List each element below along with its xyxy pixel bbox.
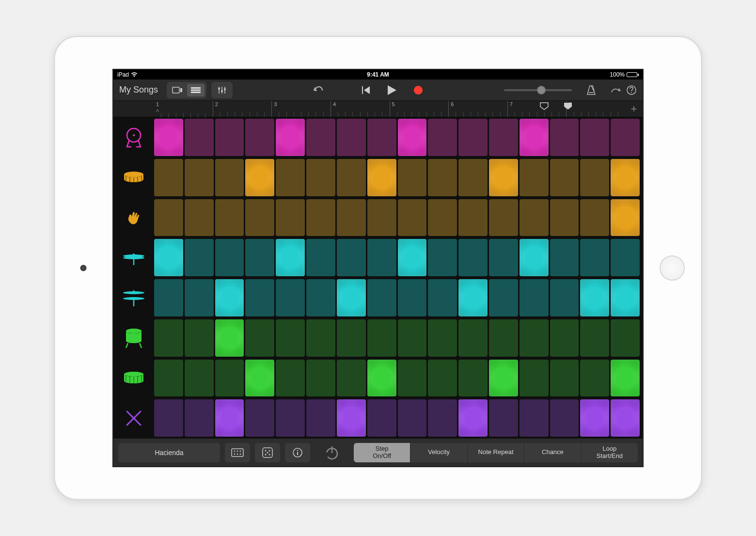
step-cell[interactable] [611,360,640,397]
step-cell[interactable] [367,119,396,156]
step-cell[interactable] [367,360,396,397]
step-cell[interactable] [520,119,549,156]
step-cell[interactable] [337,399,366,437]
step-cell[interactable] [215,319,244,357]
step-cell[interactable] [580,319,609,357]
step-cell[interactable] [306,279,335,316]
step-cell[interactable] [154,159,183,196]
ruler-beat-4[interactable]: 4 [331,101,390,117]
songs-button[interactable]: My Songs [119,85,158,95]
step-cell[interactable] [185,119,214,156]
master-volume-slider[interactable] [504,89,572,91]
step-cell[interactable] [367,159,396,196]
snare-icon[interactable] [113,159,154,196]
step-cell[interactable] [580,159,609,196]
step-cell[interactable] [458,279,488,316]
step-cell[interactable] [337,119,366,156]
step-cell[interactable] [520,279,549,316]
step-cell[interactable] [550,319,579,357]
step-cell[interactable] [458,199,488,236]
step-cell[interactable] [306,319,335,357]
step-cell[interactable] [611,199,640,236]
step-cell[interactable] [428,279,457,316]
add-section-button[interactable]: + [625,101,643,117]
step-cell[interactable] [398,399,427,437]
step-cell[interactable] [276,119,305,156]
step-cell[interactable] [245,159,274,196]
pattern-button[interactable] [225,443,250,462]
step-cell[interactable] [520,199,549,236]
step-cell[interactable] [550,159,579,196]
step-cell[interactable] [580,360,609,397]
ruler-beat-6[interactable]: 6 [448,101,507,117]
metronome-button[interactable] [586,85,596,95]
step-cell[interactable] [245,360,274,397]
step-cell[interactable] [185,199,214,236]
randomize-button[interactable] [255,443,280,462]
step-cell[interactable] [611,319,640,357]
step-cell[interactable] [580,239,609,276]
step-cell[interactable] [550,399,579,437]
help-button[interactable] [626,85,637,95]
step-cell[interactable] [215,239,244,276]
step-cell[interactable] [520,239,549,276]
tracks-view-button[interactable] [187,84,205,96]
step-cell[interactable] [489,199,518,236]
step-cell[interactable] [367,279,396,316]
step-cell[interactable] [520,319,549,357]
step-cell[interactable] [367,239,396,276]
step-cell[interactable] [215,399,244,437]
step-cell[interactable] [306,239,335,276]
step-cell[interactable] [245,319,274,357]
step-cell[interactable] [489,119,518,156]
step-cell[interactable] [611,239,640,276]
floor-tom-icon[interactable] [113,360,154,397]
step-cell[interactable] [215,360,244,397]
step-cell[interactable] [276,159,305,196]
step-cell[interactable] [580,119,609,156]
step-cell[interactable] [398,319,427,357]
step-cell[interactable] [215,119,244,156]
ruler-beat-5[interactable]: 5 [390,101,449,117]
step-cell[interactable] [215,279,244,316]
step-cell[interactable] [337,199,366,236]
step-cell[interactable] [276,360,305,397]
step-cell[interactable] [154,399,183,437]
step-cell[interactable] [458,159,488,196]
mixer-button[interactable] [213,84,231,96]
step-cell[interactable] [428,159,457,196]
step-cell[interactable] [185,159,214,196]
ruler-beat-7[interactable]: 7 [507,101,567,117]
step-cell[interactable] [550,119,579,156]
step-cell[interactable] [337,319,366,357]
step-cell[interactable] [306,199,335,236]
undo-button[interactable] [311,83,326,97]
step-cell[interactable] [550,239,579,276]
browser-view-button[interactable] [169,84,186,96]
play-button[interactable] [385,83,399,97]
step-cell[interactable] [428,360,457,397]
ruler-beat-8[interactable]: 8 [566,101,625,117]
step-cell[interactable] [489,319,518,357]
step-cell[interactable] [520,159,549,196]
home-button[interactable] [660,255,685,281]
step-cell[interactable] [337,239,366,276]
step-cell[interactable] [245,399,274,437]
step-cell[interactable] [306,360,335,397]
mode-tab-repeat[interactable]: Note Repeat [467,443,524,462]
step-cell[interactable] [428,239,457,276]
mode-tab-step[interactable]: StepOn/Off [354,443,410,462]
step-cell[interactable] [398,119,427,156]
step-cell[interactable] [154,239,183,276]
step-cell[interactable] [428,199,457,236]
step-cell[interactable] [428,319,457,357]
step-cell[interactable] [398,199,427,236]
step-cell[interactable] [215,159,244,196]
step-cell[interactable] [489,239,518,276]
step-cell[interactable] [185,319,214,357]
step-cell[interactable] [611,279,640,316]
mode-tab-loop[interactable]: LoopStart/End [581,443,638,462]
hihat-closed-icon[interactable] [113,239,154,276]
step-cell[interactable] [428,399,457,437]
step-cell[interactable] [367,199,396,236]
